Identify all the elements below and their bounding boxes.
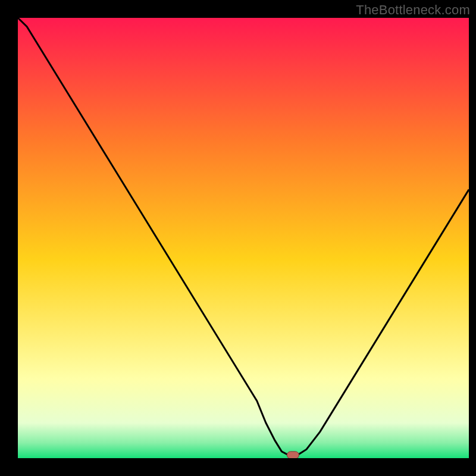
optimal-marker [287,452,299,458]
chart-frame: TheBottleneck.com [0,0,476,476]
watermark-text: TheBottleneck.com [356,2,470,18]
plot-area [18,18,469,458]
bottleneck-chart [18,18,469,458]
gradient-background [18,18,469,458]
